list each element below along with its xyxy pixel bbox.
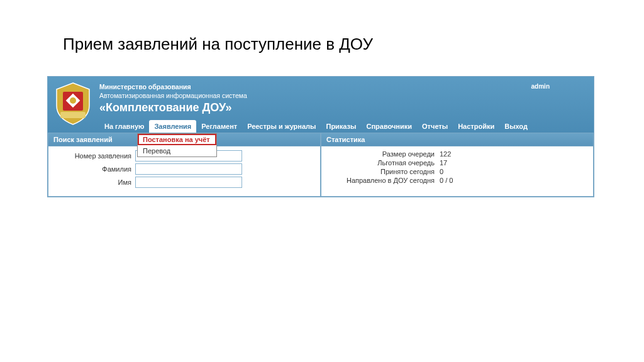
nav-registries[interactable]: Реестры и журналы: [242, 120, 321, 133]
stat-label-accepted: Принято сегодня: [326, 168, 440, 175]
coat-of-arms-icon: [54, 82, 92, 126]
nav-exit[interactable]: Выход: [499, 120, 533, 133]
svg-point-2: [70, 97, 76, 104]
nav-home[interactable]: На главную: [99, 120, 149, 133]
nav-reports[interactable]: Отчеты: [417, 120, 453, 133]
stats-panel: Статистика Размер очереди 122 Льготная о…: [321, 133, 594, 197]
nav-bar: На главную Заявления Регламент Реестры и…: [99, 120, 594, 133]
applications-dropdown: Постановка на учёт Перевод: [137, 133, 217, 157]
nav-orders[interactable]: Приказы: [321, 120, 361, 133]
stat-value-queue: 122: [440, 150, 451, 158]
nav-reference[interactable]: Справочники: [361, 120, 417, 133]
header-bar: Министерство образования Автоматизирован…: [48, 77, 594, 133]
dropdown-item-register[interactable]: Постановка на учёт: [138, 134, 216, 145]
input-name[interactable]: [135, 177, 242, 188]
nav-applications[interactable]: Заявления: [149, 120, 196, 133]
stat-label-privilege: Льготная очередь: [326, 159, 440, 167]
form-row-surname: Фамилия: [53, 163, 315, 175]
content-area: Постановка на учёт Перевод Поиск заявлен…: [48, 133, 594, 197]
stat-row-queue: Размер очереди 122: [326, 150, 588, 158]
stats-panel-body: Размер очереди 122 Льготная очередь 17 П…: [321, 146, 593, 192]
stats-panel-header: Статистика: [321, 133, 593, 146]
stat-value-accepted: 0: [440, 168, 443, 175]
svg-rect-3: [60, 112, 86, 118]
dropdown-item-transfer[interactable]: Перевод: [138, 145, 216, 156]
input-surname[interactable]: [135, 163, 242, 175]
user-label[interactable]: admin: [531, 83, 550, 90]
stat-label-queue: Размер очереди: [326, 150, 440, 158]
stat-row-sent: Направлено в ДОУ сегодня 0 / 0: [326, 177, 588, 184]
stat-row-privilege: Льготная очередь 17: [326, 159, 588, 167]
form-row-name: Имя: [53, 177, 315, 188]
stat-label-sent: Направлено в ДОУ сегодня: [326, 177, 440, 184]
label-number: Номер заявления: [53, 152, 135, 160]
nav-settings[interactable]: Настройки: [453, 120, 499, 133]
nav-reglament[interactable]: Регламент: [196, 120, 242, 133]
stat-value-sent: 0 / 0: [440, 177, 453, 184]
ais-line: Автоматизированная информационная систем…: [99, 92, 587, 101]
stat-value-privilege: 17: [440, 159, 447, 167]
ministry-line: Министерство образования: [99, 83, 587, 92]
page-title: Прием заявлений на поступление в ДОУ: [63, 35, 644, 54]
app-window: Министерство образования Автоматизирован…: [47, 76, 594, 197]
stat-row-accepted: Принято сегодня 0: [326, 168, 588, 175]
label-surname: Фамилия: [53, 165, 135, 173]
header-text: Министерство образования Автоматизирован…: [99, 80, 587, 114]
system-name: «Комплектование ДОУ»: [99, 101, 587, 114]
label-name: Имя: [53, 178, 135, 186]
